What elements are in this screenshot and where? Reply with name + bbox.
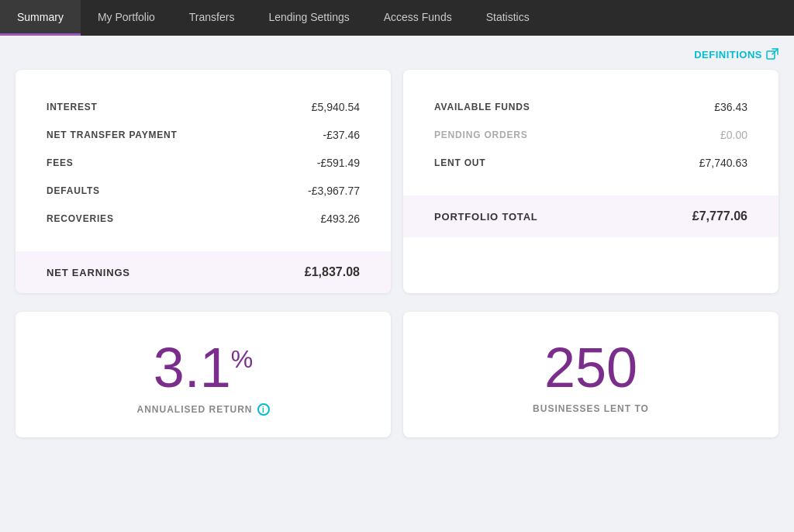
- net-earnings-label: NET EARNINGS: [47, 267, 130, 278]
- stats-row: 3.1% ANNUALISED RETURN i 250 BUSINESSES …: [16, 312, 778, 437]
- annualised-return-label: ANNUALISED RETURN: [137, 404, 253, 415]
- interest-label: INTEREST: [47, 102, 98, 112]
- earnings-card-body: INTEREST £5,940.54 NET TRANSFER PAYMENT …: [16, 70, 391, 251]
- net-earnings-value: £1,837.08: [305, 265, 360, 279]
- portfolio-total-label: PORTFOLIO TOTAL: [434, 211, 538, 223]
- net-transfer-row: NET TRANSFER PAYMENT -£37.46: [47, 121, 360, 149]
- nav-item-statistics[interactable]: Statistics: [469, 0, 547, 36]
- annualised-return-card: 3.1% ANNUALISED RETURN i: [16, 312, 391, 437]
- businesses-lent-number: 250: [544, 340, 637, 396]
- lent-out-row: LENT OUT £7,740.63: [434, 149, 747, 177]
- interest-row: INTEREST £5,940.54: [47, 93, 360, 121]
- nav-item-my-portfolio[interactable]: My Portfolio: [81, 0, 172, 36]
- page-content: DEFINITIONS INTEREST £5,940.54 NET TRANS…: [0, 36, 794, 453]
- cards-row: INTEREST £5,940.54 NET TRANSFER PAYMENT …: [16, 70, 778, 293]
- defaults-value: -£3,967.77: [308, 185, 360, 197]
- businesses-lent-card: 250 BUSINESSES LENT TO: [403, 312, 778, 437]
- lent-out-label: LENT OUT: [434, 157, 485, 168]
- net-transfer-label: NET TRANSFER PAYMENT: [47, 130, 178, 140]
- pending-orders-label: PENDING ORDERS: [434, 130, 528, 140]
- available-funds-label: AVAILABLE FUNDS: [434, 102, 530, 112]
- pending-orders-row: PENDING ORDERS £0.00: [434, 121, 747, 149]
- nav-item-access-funds[interactable]: Access Funds: [367, 0, 469, 36]
- defaults-label: DEFAULTS: [47, 185, 100, 196]
- portfolio-card: AVAILABLE FUNDS £36.43 PENDING ORDERS £0…: [403, 70, 778, 293]
- main-navigation: Summary My Portfolio Transfers Lending S…: [0, 0, 794, 36]
- earnings-card: INTEREST £5,940.54 NET TRANSFER PAYMENT …: [16, 70, 391, 293]
- definitions-link[interactable]: DEFINITIONS: [694, 48, 778, 60]
- nav-item-summary[interactable]: Summary: [0, 0, 81, 36]
- fees-value: -£591.49: [317, 157, 360, 169]
- recoveries-label: RECOVERIES: [47, 213, 114, 224]
- pending-orders-value: £0.00: [720, 129, 747, 141]
- businesses-lent-label: BUSINESSES LENT TO: [533, 403, 649, 414]
- annualised-return-label-row: ANNUALISED RETURN i: [137, 403, 270, 416]
- recoveries-row: RECOVERIES £493.26: [47, 205, 360, 233]
- net-transfer-value: -£37.46: [323, 129, 360, 141]
- fees-row: FEES -£591.49: [47, 149, 360, 177]
- available-funds-row: AVAILABLE FUNDS £36.43: [434, 93, 747, 121]
- definitions-label: DEFINITIONS: [694, 49, 762, 60]
- fees-label: FEES: [47, 157, 74, 168]
- external-link-icon: [766, 48, 778, 60]
- info-icon[interactable]: i: [257, 403, 270, 416]
- interest-value: £5,940.54: [312, 101, 360, 113]
- defaults-row: DEFAULTS -£3,967.77: [47, 177, 360, 205]
- portfolio-card-footer: PORTFOLIO TOTAL £7,777.06: [403, 195, 778, 237]
- recoveries-value: £493.26: [320, 212, 360, 225]
- available-funds-value: £36.43: [714, 101, 747, 113]
- portfolio-card-body: AVAILABLE FUNDS £36.43 PENDING ORDERS £0…: [403, 70, 778, 195]
- businesses-lent-label-row: BUSINESSES LENT TO: [533, 403, 649, 414]
- earnings-card-footer: NET EARNINGS £1,837.08: [16, 251, 391, 293]
- nav-item-transfers[interactable]: Transfers: [172, 0, 252, 36]
- lent-out-value: £7,740.63: [699, 157, 747, 169]
- portfolio-total-value: £7,777.06: [692, 209, 747, 223]
- annualised-return-number: 3.1%: [154, 340, 254, 396]
- definitions-row: DEFINITIONS: [16, 48, 778, 60]
- nav-item-lending-settings[interactable]: Lending Settings: [251, 0, 366, 36]
